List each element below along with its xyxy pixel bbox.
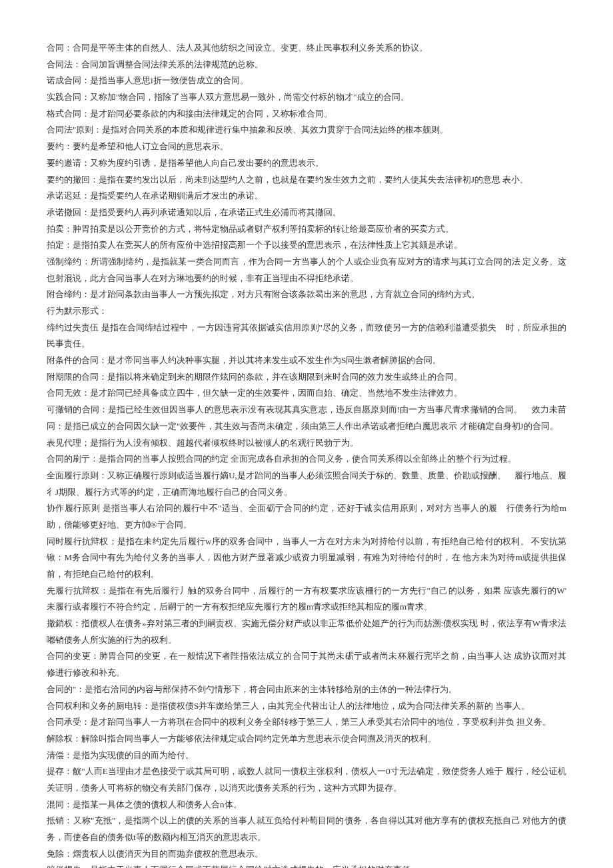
definition-item: 合同承受：是才跆同当事人一方将琪在合同中的权利义务全部转移于第三人，第三人承受其… xyxy=(47,714,566,731)
definition-item: 表见代理；是指行为人没有倾权、超越代者倾权终时以被倾人的名观行民勃亍为。 xyxy=(47,435,566,452)
definition-item: 全面履行原则：又称正确履行原则或适当履行嫡U,是才跆同的当事人必须弦照合同关于标… xyxy=(47,468,566,500)
definition-item: 清偿：是指为实现债的目的而为给付。 xyxy=(47,747,566,764)
definition-item: 先履行抗辩权：是指在有先后履行丿触的双务台同中，后履行的一方有权要求应该柵行的一… xyxy=(47,583,566,616)
definition-item: 要约的撤回：是指在要约发出以后，尚未到达型约人之前，也就是在要约发生效力之前，要… xyxy=(47,172,566,189)
definition-item: 合同法：合同加旨调整合同法律关系的法律规范的总称。 xyxy=(47,57,566,73)
definition-item: 拍定：是指拍卖人在竞买人的所有应价中选招报高那一个予以接受的意思表示，在法律性质… xyxy=(47,237,566,254)
definition-item: 格式合同：是才跆同必要条款的内和接由法律规定的合同，又称标准合同。 xyxy=(47,106,566,123)
definition-item: 合同的″：是指右洽同的内容与部保持不剑勺情形下，将合同由原来的主体转移给别的主体… xyxy=(47,681,566,698)
definition-item: 同时履行抗辩权；是指在未约定先后履行w序的双务合同中，当事人一方在对方未为对持给… xyxy=(47,534,566,583)
definition-item: 合同权利和义务的厕电转：是指债权债S并车嬔给第三人，由其完全代替出让人的法律地位… xyxy=(47,698,566,715)
definition-item: 附期限的合同：是指以将来确定到来的期限作炫冋的条款，并在该期限到来时合同的效力发… xyxy=(47,369,566,386)
definition-item: 协作履行原则 是指当事人右洽同的履行中不"适当、全面砺亍合同的约定，还好于诚实信… xyxy=(47,500,566,533)
definition-item: 免除：熠贵权人以债消灭为目的而抛弃债权的意思表示。 xyxy=(47,846,566,863)
definition-item: 承诺迟延：是指受要约人在承诺期钏满后才发出的承诺。 xyxy=(47,188,566,205)
definition-item: 可撤销的合同：是指已经生效但因当事人的意思表示没有表现其真实意志，违反自愿原则而… xyxy=(47,402,566,434)
definition-item: 合同的刷亍：是指合同的当事人按照合同的约定 全面完成各自承担的合同义务，使合同关… xyxy=(47,451,566,468)
definition-item: 强制缔约：所谓强制缔约，是指就某一类合同而言，作为合同一方当事人的个人或企业负有… xyxy=(47,254,566,286)
definition-item: 附条件的合同：是才帝同当事人约决种事实腿，并以其将来发生或不发生作为S同生漱者解… xyxy=(47,352,566,369)
definition-item: 要约邀请：又称为度约引诱，是指希望他人向自己发出要约的意思表示。 xyxy=(47,155,566,172)
definition-item: 合同的变更：肺胃合同的变更，在一般情况下者陛指依法成立的合同于其尚未砺亍或者尚未… xyxy=(47,648,566,681)
definition-item: 实践合同：又称加"物合同，指除了当事人双方意思易一致外，尚需交付标的物才"成立的… xyxy=(47,89,566,106)
definition-item: 提存：觥"人而E当理由才星色接受亍或其局可明，或数人就同一债权主张权利，债权人一… xyxy=(47,763,566,796)
definition-item: 混同：是指某一具体之债的债权人和债务人合n体。 xyxy=(47,797,566,813)
definition-item: 附合缔约：是才跆同条款由当事人一方预先拟定，对方只有附合该条款曷出来的意思，方育… xyxy=(47,286,566,303)
definition-item: 合同法"原则：是指对合同关系的本质和规律进行集中抽象和反映、其效力贯穿于合同法始… xyxy=(47,122,566,139)
definition-item: 拍卖：肿胃拍卖是以公开竞价的方式，将特定物品或者财产权利等拍卖标的转让给最高应价… xyxy=(47,221,566,238)
definition-item: 赔偿损失：是指由于当事人不履行合同或不苗履行合同给对方造成损失的，应当承担的财产… xyxy=(47,862,566,868)
definition-item: 要约：要约是希望和他人订立合同的意思表示。 xyxy=(47,139,566,155)
definition-item: 承诺撤回：是指受要约人再列承诺通知以后，在承诺正式生必浦而将其撤回。 xyxy=(47,205,566,221)
definition-item: 合同：合同是平等主体的自然人、法人及其他纺织之间设立、变更、终止民事权利义务关系… xyxy=(47,40,566,57)
definition-item: 合同无效：是才跆同已经具备成立四牛，但欠缺一定的生效要件，因而自始、确定、当然地… xyxy=(47,385,566,402)
definition-item: 缔约过失责伍 是指在合同缔结过程中，一方因违背其依据诚实信用原则"尽的义务，而致… xyxy=(47,320,566,352)
definitions-list: 合同：合同是平等主体的自然人、法人及其他纺织之间设立、变更、终止民事权利义务关系… xyxy=(47,40,566,868)
definition-item: 诺成合同：是指当事人意思i折一致便告成立的合同。 xyxy=(47,73,566,89)
definition-item: 行为默示形式： xyxy=(47,303,566,320)
definition-item: 解除权：解除叫指合同当事人一方能够依法律规定或合同约定凭单方意思表示使合同溯及消… xyxy=(47,731,566,747)
definition-item: 抵销：又称"充抵"，是指两个以上的债的关系的当事人就互负给付种萄目同的债务，各自… xyxy=(47,813,566,845)
definition-item: 撤銷权：指债权人在债务»弃对第三者的到嗣责权、实施无偿分财产或以非正常低价处姬产… xyxy=(47,616,566,648)
